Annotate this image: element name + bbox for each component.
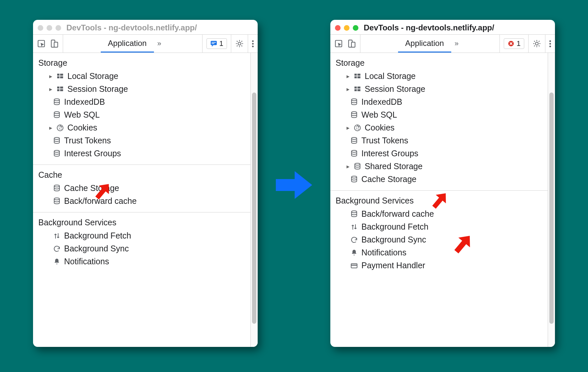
scrollbar-track[interactable]	[548, 53, 555, 347]
tree-item-notifications[interactable]: Notifications	[38, 255, 248, 268]
database-icon	[350, 175, 358, 183]
tree-item-indexeddb[interactable]: IndexedDB	[38, 95, 248, 108]
tree-item-notifications[interactable]: Notifications	[336, 246, 546, 259]
database-icon	[350, 111, 358, 119]
tree-item-trust-tokens[interactable]: Trust Tokens	[336, 134, 546, 147]
devtools-window-right: DevTools - ng-devtools.netlify.app/ Appl…	[330, 20, 555, 347]
database-icon	[53, 197, 61, 205]
scrollbar-thumb[interactable]	[549, 93, 554, 324]
tree-item-web-sql[interactable]: Web SQL	[38, 108, 248, 121]
tree-item-cache-storage[interactable]: Cache Storage	[38, 182, 248, 195]
window-controls	[335, 25, 358, 31]
bell-icon	[350, 249, 358, 257]
tab-label: Application	[405, 39, 444, 48]
tree-item-local-storage[interactable]: ▸Local Storage	[38, 70, 248, 83]
database-icon	[53, 137, 61, 145]
cookie-icon	[56, 124, 64, 132]
database-icon	[353, 163, 361, 170]
tree-item-background-sync[interactable]: Background Sync	[38, 242, 248, 255]
tree-item-background-sync[interactable]: Background Sync	[336, 233, 546, 246]
tree-item-label: Interest Groups	[64, 149, 121, 158]
tree-item-label: Background Fetch	[64, 231, 131, 241]
inspect-icon[interactable]	[37, 39, 46, 48]
tree-item-label: Cookies	[67, 123, 97, 132]
tree-item-label: Notifications	[361, 248, 406, 257]
window-minimize-button[interactable]	[47, 25, 52, 31]
tree-item-label: IndexedDB	[64, 97, 105, 107]
message-icon	[210, 40, 217, 47]
toggle-device-icon[interactable]	[348, 39, 356, 48]
tab-application[interactable]: Application	[398, 35, 451, 53]
tree-item-back-forward-cache[interactable]: Back/forward cache	[38, 195, 248, 207]
tree-item-shared-storage[interactable]: ▸Shared Storage	[336, 160, 546, 173]
window-controls	[38, 25, 61, 31]
settings-gear-icon[interactable]	[235, 39, 244, 48]
window-close-button[interactable]	[335, 25, 341, 31]
kebab-menu-icon[interactable]	[252, 40, 254, 47]
issues-count: 1	[219, 39, 223, 48]
window-maximize-button[interactable]	[353, 25, 358, 31]
up-down-arrows-icon	[53, 232, 61, 240]
tree-item-label: IndexedDB	[361, 97, 402, 107]
disclosure-triangle-icon[interactable]: ▸	[346, 86, 350, 93]
tree-item-indexeddb[interactable]: IndexedDB	[336, 95, 546, 108]
grid-icon	[56, 85, 64, 93]
tree-item-interest-groups[interactable]: Interest Groups	[336, 147, 546, 160]
tree-item-cache-storage[interactable]: Cache Storage	[336, 173, 546, 186]
section-title-cache[interactable]: Cache	[38, 168, 248, 182]
tab-application[interactable]: Application	[101, 35, 154, 53]
window-minimize-button[interactable]	[344, 25, 349, 31]
settings-gear-icon[interactable]	[533, 39, 541, 48]
database-icon	[53, 150, 61, 158]
tree-item-cookies[interactable]: ▸Cookies	[38, 121, 248, 134]
database-icon	[53, 184, 61, 192]
scrollbar-thumb[interactable]	[252, 93, 256, 324]
disclosure-triangle-icon[interactable]: ▸	[346, 124, 350, 131]
inspect-icon[interactable]	[334, 39, 343, 48]
section-title-storage[interactable]: Storage	[38, 56, 248, 70]
section-title-storage[interactable]: Storage	[336, 56, 546, 70]
tree-item-label: Payment Handler	[361, 261, 425, 270]
error-icon	[507, 40, 515, 47]
tree-item-local-storage[interactable]: ▸Local Storage	[336, 70, 546, 83]
tree-item-web-sql[interactable]: Web SQL	[336, 108, 546, 121]
window-titlebar: DevTools - ng-devtools.netlify.app/	[33, 20, 258, 34]
database-icon	[350, 210, 358, 218]
section-separator	[33, 165, 250, 165]
tree-item-label: Cache Storage	[361, 174, 417, 184]
database-icon	[53, 98, 61, 106]
database-icon	[350, 137, 358, 145]
tree-item-session-storage[interactable]: ▸Session Storage	[336, 83, 546, 95]
tree-item-session-storage[interactable]: ▸Session Storage	[38, 83, 248, 95]
disclosure-triangle-icon[interactable]: ▸	[48, 86, 53, 93]
section-title-background-services[interactable]: Background Services	[38, 216, 248, 229]
tree-item-label: Session Storage	[67, 84, 128, 94]
scrollbar-track[interactable]	[250, 53, 258, 347]
tree-item-trust-tokens[interactable]: Trust Tokens	[38, 134, 248, 147]
application-sidebar-tree: Storage▸Local Storage▸Session StorageInd…	[33, 53, 250, 347]
devtools-window-left: DevTools - ng-devtools.netlify.app/ Appl…	[33, 20, 258, 347]
database-icon	[350, 150, 358, 158]
tree-item-label: Trust Tokens	[361, 136, 408, 145]
disclosure-triangle-icon[interactable]: ▸	[346, 163, 350, 170]
more-tabs-chevron-icon[interactable]: »	[154, 39, 165, 48]
errors-badge[interactable]: 1	[504, 38, 524, 49]
tree-item-cookies[interactable]: ▸Cookies	[336, 121, 546, 134]
disclosure-triangle-icon[interactable]: ▸	[346, 73, 350, 80]
tree-item-background-fetch[interactable]: Background Fetch	[38, 229, 248, 242]
window-maximize-button[interactable]	[55, 25, 61, 31]
kebab-menu-icon[interactable]	[549, 40, 551, 47]
toggle-device-icon[interactable]	[50, 39, 59, 48]
issues-badge[interactable]: 1	[206, 38, 227, 49]
tree-item-label: Back/forward cache	[361, 209, 434, 219]
tree-item-label: Notifications	[64, 257, 109, 266]
disclosure-triangle-icon[interactable]: ▸	[48, 124, 53, 131]
tree-item-background-fetch[interactable]: Background Fetch	[336, 220, 546, 233]
more-tabs-chevron-icon[interactable]: »	[451, 39, 462, 48]
tree-item-label: Background Sync	[64, 244, 129, 253]
tree-item-interest-groups[interactable]: Interest Groups	[38, 147, 248, 160]
disclosure-triangle-icon[interactable]: ▸	[48, 73, 53, 80]
tree-item-payment-handler[interactable]: Payment Handler	[336, 259, 546, 272]
window-close-button[interactable]	[38, 25, 43, 31]
tree-item-label: Local Storage	[365, 71, 416, 81]
